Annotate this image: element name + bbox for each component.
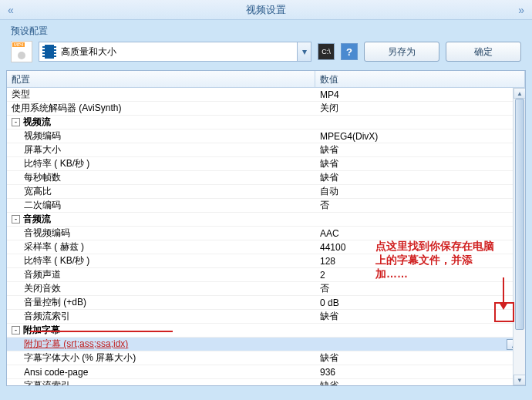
table-row[interactable]: 字幕流索引缺省	[7, 379, 525, 385]
table-row[interactable]: 音频流索引缺省	[7, 310, 525, 324]
save-as-button[interactable]: 另存为	[364, 42, 439, 62]
row-value[interactable]: 936	[315, 367, 525, 378]
scrollbar-thumb[interactable]	[515, 99, 524, 330]
expand-toggle-icon[interactable]: -	[12, 326, 20, 334]
row-label: 类型	[12, 88, 30, 101]
expand-toggle-icon[interactable]: -	[12, 215, 20, 224]
row-value[interactable]: AAC	[315, 228, 525, 239]
annotation-arrow-line	[503, 277, 504, 305]
row-label: 音频流索引	[24, 310, 70, 323]
row-value[interactable]: 44100	[315, 242, 525, 253]
scroll-down-icon[interactable]: ▼	[513, 375, 526, 385]
table-row[interactable]: Ansi code-page936	[7, 365, 525, 379]
row-value[interactable]: ..	[315, 339, 525, 350]
row-label: 使用系统解码器 (AviSynth)	[12, 102, 121, 115]
row-label: 字幕流索引	[24, 379, 70, 385]
table-row[interactable]: 音视频编码AAC	[7, 227, 525, 240]
row-label: 屏幕大小	[24, 143, 61, 156]
row-label: 音量控制 (+dB)	[24, 296, 86, 309]
row-label: 视频编码	[24, 129, 61, 143]
row-value[interactable]: 否	[315, 282, 525, 295]
table-row[interactable]: 比特率 ( KB/秒 )缺省	[7, 157, 525, 171]
table-row[interactable]: 音频声道2	[7, 268, 525, 282]
row-label: 音频声道	[24, 268, 61, 281]
table-row[interactable]: 关闭音效否	[7, 282, 525, 296]
row-value[interactable]: MP4	[315, 89, 525, 100]
column-header-value[interactable]: 数值	[315, 71, 525, 87]
ok-button[interactable]: 确定	[446, 42, 521, 62]
titlebar: « 视频设置 »	[0, 0, 532, 20]
preset-label: 预设配置	[11, 25, 521, 38]
row-label: Ansi code-page	[24, 367, 88, 378]
mp4-format-icon	[11, 41, 32, 62]
row-label: 附加字幕 (srt;ass;ssa;idx)	[24, 338, 128, 351]
row-value[interactable]: 缺省	[315, 379, 525, 385]
table-row[interactable]: 类型MP4	[7, 88, 525, 102]
column-header-name[interactable]: 配置	[7, 71, 315, 87]
scrollbar[interactable]: ▲ ▼	[513, 88, 525, 385]
next-icon[interactable]: »	[518, 4, 524, 16]
expand-toggle-icon[interactable]: -	[12, 118, 20, 126]
row-label: 视频流	[23, 116, 51, 129]
annotation-underline	[30, 331, 173, 332]
row-label: 采样率 ( 赫兹 )	[24, 240, 84, 254]
table-row[interactable]: 使用系统解码器 (AviSynth)关闭	[7, 102, 525, 116]
row-value[interactable]: 缺省	[315, 157, 525, 170]
table-row[interactable]: -音频流	[7, 213, 525, 227]
row-label: 关闭音效	[24, 282, 61, 295]
row-value[interactable]: 缺省	[315, 143, 525, 156]
table-body: 类型MP4使用系统解码器 (AviSynth)关闭-视频流视频编码MPEG4(D…	[7, 88, 525, 385]
table-row[interactable]: 采样率 ( 赫兹 )44100	[7, 240, 525, 254]
scroll-up-icon[interactable]: ▲	[513, 88, 526, 99]
row-value[interactable]: 自动	[315, 185, 525, 198]
table-header: 配置 数值	[7, 71, 525, 88]
chevron-down-icon[interactable]: ▾	[297, 42, 311, 61]
row-label: 比特率 ( KB/秒 )	[24, 254, 89, 267]
table-row[interactable]: 音量控制 (+dB)0 dB	[7, 296, 525, 310]
dialog-title: 视频设置	[246, 3, 286, 17]
row-label: 每秒帧数	[24, 171, 61, 184]
preset-dropdown[interactable]: 高质量和大小 ▾	[39, 42, 311, 62]
table-row[interactable]: 比特率 ( KB/秒 )128	[7, 254, 525, 268]
row-label: 字幕字体大小 (% 屏幕大小)	[24, 351, 136, 365]
table-row[interactable]: 字幕字体大小 (% 屏幕大小)缺省	[7, 351, 525, 365]
table-row[interactable]: 附加字幕 (srt;ass;ssa;idx)..	[7, 338, 525, 351]
row-value[interactable]: 关闭	[315, 102, 525, 115]
table-row[interactable]: 屏幕大小缺省	[7, 143, 525, 157]
row-value[interactable]: 否	[315, 199, 525, 212]
table-row[interactable]: 宽高比自动	[7, 185, 525, 199]
row-value[interactable]: 128	[315, 256, 525, 267]
help-button[interactable]: ?	[341, 43, 358, 60]
row-label: 音频流	[23, 213, 51, 226]
row-value[interactable]: 缺省	[315, 351, 525, 365]
preset-section: 预设配置 高质量和大小 ▾ C:\ ? 另存为 确定	[0, 20, 532, 70]
table-row[interactable]: 视频编码MPEG4(DivX)	[7, 129, 525, 143]
config-table: 配置 数值 类型MP4使用系统解码器 (AviSynth)关闭-视频流视频编码M…	[6, 70, 526, 386]
table-row[interactable]: 每秒帧数缺省	[7, 171, 525, 185]
row-label: 比特率 ( KB/秒 )	[24, 157, 89, 170]
table-row[interactable]: -视频流	[7, 116, 525, 129]
row-value[interactable]: 2	[315, 270, 525, 281]
table-row[interactable]: 二次编码否	[7, 199, 525, 213]
film-icon	[42, 45, 56, 59]
preset-row: 高质量和大小 ▾ C:\ ? 另存为 确定	[11, 41, 521, 62]
row-value[interactable]: MPEG4(DivX)	[315, 131, 525, 142]
console-button[interactable]: C:\	[318, 43, 335, 60]
preset-value: 高质量和大小	[61, 45, 116, 59]
row-label: 二次编码	[24, 199, 61, 212]
prev-icon[interactable]: «	[8, 4, 14, 16]
row-value[interactable]: 缺省	[315, 171, 525, 184]
annotation-target-box	[494, 302, 514, 322]
row-label: 音视频编码	[24, 227, 70, 240]
row-label: 宽高比	[24, 185, 52, 198]
